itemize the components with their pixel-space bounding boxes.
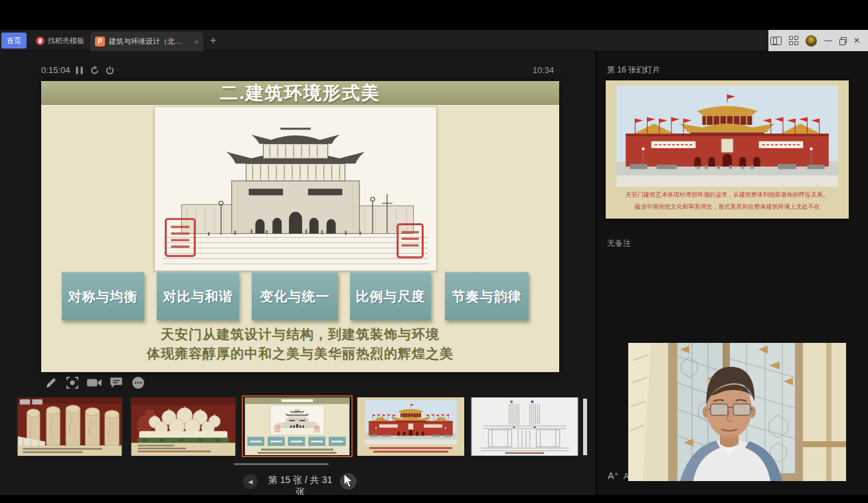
concept-button-contrast: 对比与和谐	[157, 272, 239, 320]
notes-empty-label: 无备注	[607, 238, 631, 249]
new-tab-button[interactable]: +	[206, 33, 220, 49]
slide-title: 二.建筑环境形式美	[220, 81, 381, 105]
tab-home[interactable]: 首页	[1, 33, 27, 49]
slide-caption-line2: 体现雍容醇厚的中和之美与美华丽热烈的辉煌之美	[41, 345, 559, 363]
more-options-icon[interactable]	[131, 376, 145, 389]
docer-icon	[36, 37, 44, 45]
slide-thumbnail-18-partial[interactable]	[583, 399, 587, 455]
font-increase-button[interactable]: A⁺	[608, 470, 619, 481]
tab-document[interactable]: P 建筑与环境设计（北海）(2).pptx ×	[90, 32, 203, 51]
concept-button-variation: 变化与统一	[252, 272, 338, 320]
presenter-webcam-video[interactable]	[628, 343, 846, 481]
slide-caption-line1: 天安门从建筑设计与结构，到建筑装饰与环境	[41, 326, 559, 344]
slide-thumbnail-13[interactable]	[17, 397, 123, 456]
screen: 首页 找稻壳模板 P 建筑与环境设计（北海）(2).pptx × + — ✕ 0…	[0, 0, 868, 503]
tab-document-label: 建筑与环境设计（北海）(2).pptx	[109, 37, 189, 47]
user-avatar[interactable]	[806, 35, 817, 47]
previous-arrow-icon: ◀	[248, 478, 253, 485]
previous-slide-button[interactable]: ◀	[243, 474, 258, 489]
laser-pointer-icon[interactable]	[65, 376, 80, 389]
slide-thumbnail-16[interactable]	[357, 397, 464, 456]
close-window-button[interactable]: ✕	[853, 37, 860, 45]
reset-timer-icon[interactable]	[90, 66, 100, 75]
minimize-button[interactable]: —	[824, 37, 832, 45]
mouse-cursor	[343, 474, 354, 488]
slide-title-band: 二.建筑环境形式美	[41, 81, 559, 106]
comment-icon[interactable]	[109, 376, 124, 389]
next-slide-header: 第 16 张幻灯片	[607, 64, 660, 76]
concept-button-symmetry: 对称与均衡	[62, 272, 144, 320]
tiananmen-photo-image	[616, 86, 838, 187]
pause-timer-icon[interactable]	[74, 66, 84, 75]
tab-docer-templates[interactable]: 找稻壳模板	[31, 33, 90, 49]
ppt-file-icon: P	[95, 37, 105, 47]
grid-view-icon[interactable]	[789, 36, 798, 45]
close-tab-icon[interactable]: ×	[195, 38, 199, 46]
slide-thumbnail-15-selected[interactable]	[242, 395, 353, 457]
tab-home-label: 首页	[7, 36, 21, 46]
pen-tool-icon[interactable]	[44, 376, 58, 389]
camera-icon[interactable]	[86, 376, 102, 389]
concept-button-proportion: 比例与尺度	[350, 272, 431, 320]
next-slide-panel: 第 16 张幻灯片 天安门建筑艺术体现对理想环境的追求，从建筑整体到细部装饰的呼…	[596, 51, 868, 495]
wall-clock: 10:34	[523, 65, 563, 75]
preview-caption-line1: 天安门建筑艺术体现对理想环境的追求，从建筑整体到细部装饰的呼应关系。	[610, 191, 845, 199]
letterbox-bottom	[0, 495, 868, 503]
tiananmen-engraving-image	[154, 106, 437, 271]
next-slide-preview[interactable]: 天安门建筑艺术体现对理想环境的追求，从建筑整体到细部装饰的呼应关系。 蕴含中国传…	[606, 80, 849, 219]
window-controls: — ✕	[768, 30, 868, 51]
concept-button-rhythm: 节奏与韵律	[445, 272, 529, 320]
tab-docer-label: 找稻壳模板	[48, 36, 84, 46]
power-end-show-icon[interactable]	[105, 66, 115, 75]
side-by-side-view-icon[interactable]	[770, 37, 782, 45]
browser-tab-bar: 首页 找稻壳模板 P 建筑与环境设计（北海）(2).pptx × + — ✕	[0, 30, 868, 51]
presenter-main-area: 0:15:04 10:34 二.建筑环境形式美 对称与均衡 对比与和谐 变化与统…	[0, 51, 596, 495]
thumbnail-scrollbar[interactable]	[234, 463, 329, 465]
presentation-timer: 0:15:04	[41, 65, 70, 75]
slide-thumbnail-14[interactable]	[130, 397, 236, 456]
preview-caption-line2: 蕴含中国传统文化和审美理念，形式美原则在整体建筑环境上无处不在	[610, 203, 845, 211]
restore-window-button[interactable]	[839, 37, 846, 44]
current-slide[interactable]: 二.建筑环境形式美 对称与均衡 对比与和谐 变化与统一 比例与尺度 节奏与韵律 …	[41, 81, 559, 372]
slide-thumbnail-17[interactable]	[470, 397, 579, 456]
